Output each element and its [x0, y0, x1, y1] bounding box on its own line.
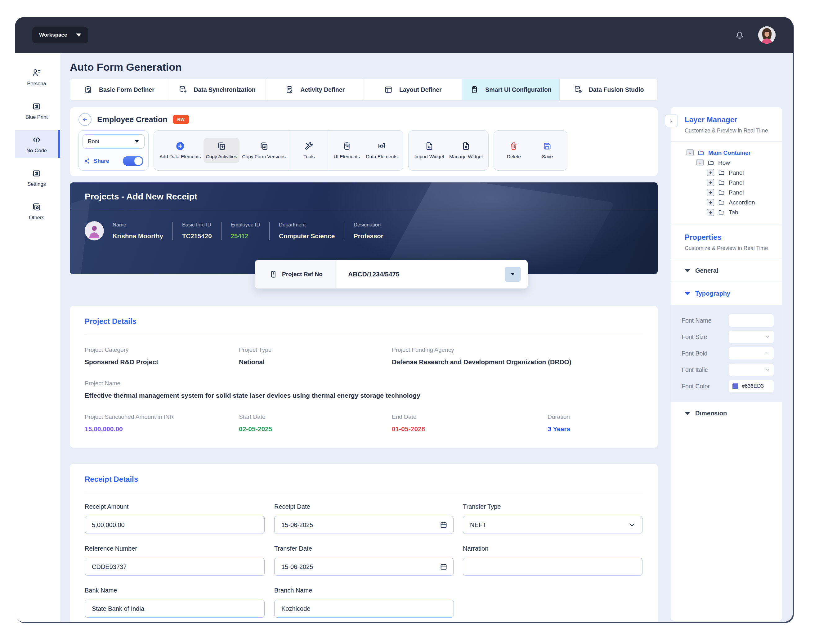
project-ref-dropdown-button[interactable]: [505, 267, 521, 282]
tab-smart-ui-configuration[interactable]: Smart UI Configuration: [462, 79, 560, 100]
font-name-input[interactable]: [732, 317, 770, 324]
font-bold-select[interactable]: [729, 347, 774, 360]
sidebar-item-no-code[interactable]: No-Code: [15, 130, 60, 158]
tree-item-panel[interactable]: + Panel: [677, 169, 776, 176]
font-color-picker[interactable]: #636ED3: [729, 380, 774, 393]
panel-collapse-button[interactable]: [665, 114, 678, 127]
import-widget-button[interactable]: Import Widget: [412, 138, 446, 163]
tree-item-accordion[interactable]: + Accordion: [677, 199, 776, 206]
ui-elements-icon: [342, 141, 352, 151]
expand-toggle[interactable]: +: [707, 179, 714, 186]
root-select-value: Root: [88, 138, 99, 145]
field-label: Project Category: [85, 347, 239, 353]
clipboard-edit-icon: [285, 85, 294, 94]
field-label: Branch Name: [274, 587, 454, 594]
save-button[interactable]: Save: [531, 138, 564, 163]
section-general[interactable]: General: [671, 259, 782, 282]
project-name-field: Project Name Effective thermal managemen…: [85, 380, 643, 399]
tab-activity-definer[interactable]: Activity Definer: [266, 79, 364, 100]
font-italic-select[interactable]: [729, 363, 774, 376]
elements-tool-group: Add Data Elements Copy Activities Copy F…: [153, 130, 403, 171]
tool-label: Save: [542, 154, 553, 160]
sidebar-item-persona[interactable]: Persona: [15, 63, 60, 91]
employee-name-field: Name Krishna Moorthy: [113, 222, 163, 240]
expand-toggle[interactable]: +: [707, 199, 714, 206]
add-data-elements-button[interactable]: Add Data Elements: [157, 138, 204, 163]
sidebar-item-blueprint[interactable]: Blue Print: [15, 97, 60, 125]
database-gear-icon: [573, 85, 583, 94]
transfer-date-input[interactable]: [274, 558, 454, 576]
field-label: Project Funding Agency: [392, 347, 643, 353]
expand-toggle[interactable]: +: [707, 169, 714, 176]
delete-button[interactable]: Delete: [497, 138, 531, 163]
department-field: Department Computer Science: [279, 222, 335, 240]
bell-icon[interactable]: [734, 29, 745, 41]
field-value: Effective thermal management system for …: [85, 392, 643, 399]
tab-layout-definer[interactable]: Layout Definer: [364, 79, 462, 100]
font-italic-row: Font Italic: [682, 363, 774, 376]
ui-elements-button[interactable]: UI Elements: [330, 138, 363, 163]
tree-item-panel[interactable]: + Panel: [677, 189, 776, 196]
field-value: 25412: [231, 232, 260, 240]
share-label: Share: [94, 158, 109, 164]
bank-name-input[interactable]: [85, 600, 265, 618]
transfer-type-select[interactable]: NEFT: [463, 516, 643, 534]
tab-basic-form-definer[interactable]: Basic Form Definer: [70, 79, 168, 100]
collapse-toggle[interactable]: -: [687, 149, 694, 156]
chevron-right-icon: [669, 118, 674, 123]
tools-icon: [304, 141, 314, 151]
tree-item-tab[interactable]: + Tab: [677, 209, 776, 216]
tab-label: Data Synchronization: [193, 86, 255, 94]
tab-data-synchronization[interactable]: Data Synchronization: [168, 79, 266, 100]
copy-form-versions-button[interactable]: Copy Form Versions: [239, 138, 288, 163]
section-typography[interactable]: Typography: [671, 282, 782, 305]
tools-button[interactable]: Tools: [292, 138, 326, 163]
employee-info-row: Name Krishna Moorthy Basic Info ID TC215…: [70, 210, 658, 241]
divider: [172, 222, 173, 240]
workspace-dropdown[interactable]: Workspace: [32, 27, 88, 43]
back-button[interactable]: [78, 113, 92, 126]
expand-toggle[interactable]: +: [707, 209, 714, 216]
data-elements-button[interactable]: Data Elements: [363, 138, 400, 163]
font-bold-row: Font Bold: [682, 347, 774, 360]
tool-label: Tools: [304, 154, 314, 160]
branch-name-input[interactable]: [274, 600, 454, 618]
font-size-select[interactable]: [729, 331, 774, 343]
field-label: Reference Number: [85, 545, 265, 552]
reference-number-input[interactable]: [85, 558, 265, 576]
field-label: Receipt Date: [274, 503, 454, 510]
root-select[interactable]: Root: [83, 134, 144, 149]
collapse-toggle[interactable]: -: [696, 159, 704, 166]
expand-toggle[interactable]: +: [707, 189, 714, 196]
project-ref-label: Project Ref No: [282, 271, 323, 278]
app-window: Workspace Persona Blue Print: [15, 17, 793, 622]
tree-item-row[interactable]: - Row: [677, 159, 776, 166]
share-icon: [84, 158, 90, 164]
section-label: General: [695, 267, 718, 274]
sidebar-item-others[interactable]: Others: [15, 197, 60, 225]
field-value: Sponsered R&D Project: [85, 358, 239, 366]
receipt-ref-icon: [269, 270, 278, 279]
sidebar-item-settings[interactable]: Settings: [15, 164, 60, 192]
copy-activities-button[interactable]: Copy Activities: [204, 138, 240, 163]
folder-icon: [718, 179, 725, 186]
plus-circle-icon: [175, 141, 185, 151]
select-value: NEFT: [470, 521, 486, 529]
project-ref-card: Project Ref No ABCD/1234/5475: [255, 260, 528, 288]
divider: [344, 222, 344, 240]
share-toggle[interactable]: [123, 156, 143, 166]
section-dimension[interactable]: Dimension: [671, 402, 782, 425]
tree-item-panel[interactable]: + Panel: [677, 179, 776, 186]
field-label: Duration: [548, 414, 643, 420]
user-avatar[interactable]: [758, 26, 776, 44]
caret-down-icon: [685, 412, 690, 415]
receipt-amount-input[interactable]: [85, 516, 265, 534]
receipt-date-input[interactable]: [274, 516, 454, 534]
color-swatch: [732, 383, 738, 389]
project-ref-value-section: ABCD/1234/5475: [337, 260, 528, 288]
project-funding-agency-field: Project Funding Agency Defense Research …: [392, 347, 643, 366]
narration-input[interactable]: [463, 558, 643, 576]
manage-widget-button[interactable]: Manage Widget: [447, 138, 486, 163]
tab-data-fusion-studio[interactable]: Data Fusion Studio: [560, 79, 657, 100]
tree-item-main-container[interactable]: - Main Container: [677, 149, 776, 156]
